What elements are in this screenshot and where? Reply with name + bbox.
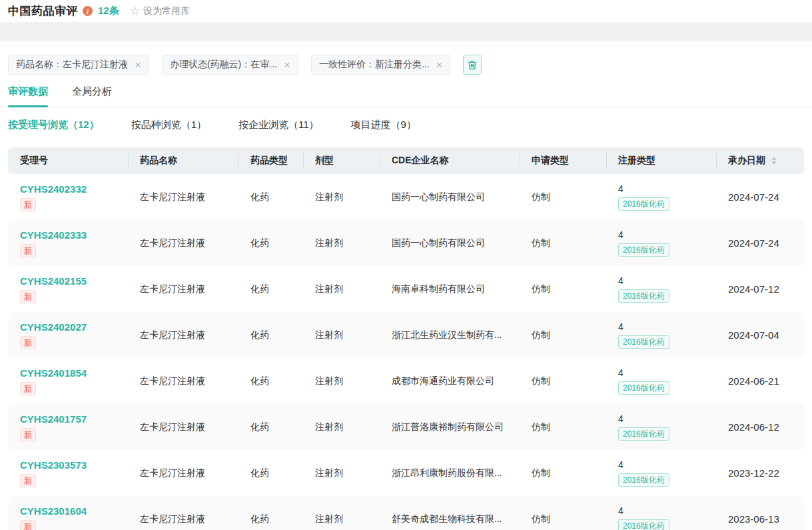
reg-type-cell: 4 2016版化药: [606, 404, 716, 450]
table-row: CYHS2401854 新 左卡尼汀注射液 化药 注射剂 成都市海通药业有限公司…: [8, 358, 804, 404]
subtab-by-company[interactable]: 按企业浏览（11）: [238, 119, 319, 131]
drug-type-cell: 化药: [238, 358, 303, 404]
filter-chip-status[interactable]: 办理状态(药融云)：在审... ×: [162, 55, 298, 75]
reg-type-badge: 2016版化药: [618, 519, 669, 530]
reg-type-cell: 4 2016版化药: [606, 312, 716, 358]
acceptance-no-cell: CYHS2402027 新: [8, 312, 128, 358]
company-cell: 成都市海通药业有限公司: [380, 358, 520, 404]
reg-type-cell: 4 2016版化药: [606, 174, 716, 220]
drug-type-cell: 化药: [238, 496, 303, 530]
column-header-date-label: 承办日期: [728, 155, 765, 167]
dosage-form-cell: 注射剂: [303, 312, 380, 358]
column-header-cde-company: CDE企业名称: [380, 147, 520, 174]
drug-type-cell: 化药: [238, 450, 303, 496]
date-cell: 2024-07-04: [716, 312, 804, 358]
chip-label: 一致性评价：新注册分类...: [319, 59, 430, 71]
column-header-date[interactable]: 承办日期: [716, 147, 804, 174]
new-badge: 新: [20, 428, 36, 441]
subtab-by-acceptance-no[interactable]: 按受理号浏览（12）: [8, 119, 99, 131]
new-badge: 新: [20, 382, 36, 395]
company-cell: 浙江昂利康制药股份有限...: [380, 450, 520, 496]
column-header-dosage-form: 剂型: [303, 147, 380, 174]
filter-chip-consistency[interactable]: 一致性评价：新注册分类... ×: [311, 55, 451, 75]
reg-type-badge: 2016版化药: [618, 427, 669, 441]
tab-review-data[interactable]: 审评数据: [8, 85, 48, 107]
company-cell: 舒美奇成都生物科技有限...: [380, 496, 520, 530]
acceptance-no-link[interactable]: CYHS2401854: [20, 367, 87, 379]
acceptance-no-link[interactable]: CYHS2402333: [20, 229, 87, 241]
chip-label: 办理状态(药融云)：在审...: [170, 59, 277, 71]
column-header-drug-name: 药品名称: [128, 147, 238, 174]
subtab-project-progress[interactable]: 项目进度（9）: [351, 119, 416, 131]
date-cell: 2024-07-24: [716, 220, 804, 266]
acceptance-no-cell: CYHS2301604 新: [8, 496, 128, 530]
reg-type-cell: 4 2016版化药: [606, 496, 716, 530]
info-icon[interactable]: i: [83, 6, 93, 16]
close-icon[interactable]: ×: [135, 59, 141, 71]
sort-control[interactable]: [771, 157, 777, 165]
close-icon[interactable]: ×: [284, 59, 290, 71]
drug-name-cell: 左卡尼汀注射液: [128, 266, 238, 312]
tab-global-analysis[interactable]: 全局分析: [72, 85, 112, 107]
company-cell: 国药一心制药有限公司: [380, 174, 520, 220]
table-row: CYHS2402027 新 左卡尼汀注射液 化药 注射剂 浙江北生药业汉生制药有…: [8, 312, 804, 358]
reg-type-number: 4: [618, 275, 623, 286]
drug-type-cell: 化药: [238, 174, 303, 220]
dosage-form-cell: 注射剂: [303, 174, 380, 220]
acceptance-no-cell: CYHS2402332 新: [8, 174, 128, 220]
page-background-band: [0, 22, 812, 41]
column-header-acceptance-no: 受理号: [8, 147, 128, 174]
acceptance-no-link[interactable]: CYHS2401757: [20, 413, 87, 425]
apply-type-cell: 仿制: [520, 404, 606, 450]
set-favorite-button[interactable]: 设为常用库: [143, 5, 190, 17]
dosage-form-cell: 注射剂: [303, 404, 380, 450]
new-badge: 新: [20, 336, 36, 349]
table-row: CYHS2402155 新 左卡尼汀注射液 化药 注射剂 海南卓科制药有限公司 …: [8, 266, 804, 312]
acceptance-no-link[interactable]: CYHS2402027: [20, 321, 87, 333]
drug-type-cell: 化药: [238, 312, 303, 358]
acceptance-no-link[interactable]: CYHS2301604: [20, 505, 87, 517]
apply-type-cell: 仿制: [520, 496, 606, 530]
reg-type-badge: 2016版化药: [618, 197, 669, 211]
apply-type-cell: 仿制: [520, 312, 606, 358]
drug-type-cell: 化药: [238, 266, 303, 312]
reg-type-number: 4: [618, 459, 623, 470]
reg-type-number: 4: [618, 505, 623, 516]
reg-type-cell: 4 2016版化药: [606, 450, 716, 496]
close-icon[interactable]: ×: [436, 59, 443, 71]
filter-chips-row: 药品名称：左卡尼汀注射液 × 办理状态(药融云)：在审... × 一致性评价：新…: [0, 41, 812, 75]
acceptance-no-link[interactable]: CYHS2402332: [20, 183, 87, 195]
table-row: CYHS2303573 新 左卡尼汀注射液 化药 注射剂 浙江昂利康制药股份有限…: [8, 450, 804, 496]
company-cell: 浙江普洛康裕制药有限公司: [380, 404, 520, 450]
sort-desc-icon: [771, 161, 777, 165]
page-title: 中国药品审评: [8, 3, 78, 19]
acceptance-no-link[interactable]: CYHS2402155: [20, 275, 87, 287]
data-table: 受理号 药品名称 药品类型 剂型 CDE企业名称 申请类型 注册类型 承办日期 …: [8, 147, 804, 530]
top-bar: 中国药品审评 i 12条 ☆ 设为常用库: [0, 0, 812, 22]
drug-name-cell: 左卡尼汀注射液: [128, 404, 238, 450]
clear-filters-button[interactable]: [463, 55, 482, 75]
reg-type-number: 4: [618, 413, 623, 424]
dosage-form-cell: 注射剂: [303, 358, 380, 404]
drug-name-cell: 左卡尼汀注射液: [128, 220, 238, 266]
date-cell: 2024-06-12: [716, 404, 804, 450]
subtab-by-variety[interactable]: 按品种浏览（1）: [131, 119, 206, 131]
drug-name-cell: 左卡尼汀注射液: [128, 174, 238, 220]
acceptance-no-cell: CYHS2401854 新: [8, 358, 128, 404]
dosage-form-cell: 注射剂: [303, 220, 380, 266]
dosage-form-cell: 注射剂: [303, 450, 380, 496]
reg-type-badge: 2016版化药: [618, 243, 669, 257]
dosage-form-cell: 注射剂: [303, 266, 380, 312]
filter-chip-drug-name[interactable]: 药品名称：左卡尼汀注射液 ×: [8, 55, 149, 75]
date-cell: 2024-06-21: [716, 358, 804, 404]
drug-name-cell: 左卡尼汀注射液: [128, 450, 238, 496]
reg-type-cell: 4 2016版化药: [606, 358, 716, 404]
main-tabs: 审评数据 全局分析: [0, 85, 812, 107]
column-header-reg-type: 注册类型: [606, 147, 716, 174]
reg-type-number: 4: [618, 183, 623, 194]
star-icon[interactable]: ☆: [130, 5, 140, 17]
reg-type-number: 4: [618, 229, 623, 240]
drug-name-cell: 左卡尼汀注射液: [128, 496, 238, 530]
date-cell: 2024-07-24: [716, 174, 804, 220]
acceptance-no-link[interactable]: CYHS2303573: [20, 459, 87, 471]
